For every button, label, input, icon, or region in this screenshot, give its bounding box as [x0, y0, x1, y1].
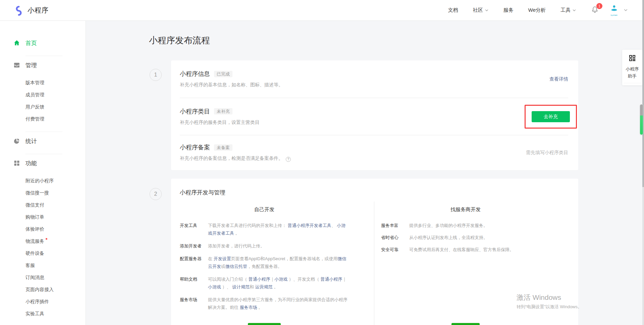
- sidebar-divider: [25, 154, 62, 154]
- nav-item-community[interactable]: 社区: [473, 7, 489, 13]
- sidebar-item[interactable]: 客服: [0, 259, 86, 271]
- sidebar-item-home[interactable]: 首页: [0, 37, 86, 49]
- help-icon[interactable]: ?: [286, 157, 291, 162]
- sidebar-item-label: 首页: [25, 39, 37, 47]
- prerequisite-text: 需先填写小程序类目: [526, 150, 568, 156]
- inline-link[interactable]: 小游戏: [274, 277, 287, 282]
- dev-row-label: 配置服务器: [180, 255, 208, 270]
- vendor-column: 找服务商开发 服务丰富提供多行业、多功能的小程序开发服务。省时省心从小程序认证到…: [374, 201, 570, 325]
- sidebar-section-manage[interactable]: 管理: [0, 59, 86, 71]
- inline-link[interactable]: 服务市场: [240, 305, 257, 310]
- sidebar-section-label: 管理: [25, 61, 37, 69]
- step-1: 1 小程序信息 已完成 补充小程序的基本信息，如名称、图标、描述等。 查看详情: [171, 60, 578, 170]
- add-developer-button[interactable]: 添加开发者: [248, 323, 281, 325]
- vendor-row-label: 服务丰富: [381, 222, 409, 229]
- sidebar-divider: [25, 132, 62, 132]
- stats-icon: [13, 138, 20, 144]
- avatar-caption: kychakr: [611, 14, 618, 16]
- text-segment: 页面查看AppID和AppSecret，配置服务器域名，或使用: [231, 256, 338, 261]
- page-title: 小程序发布流程: [149, 34, 644, 46]
- main-content: 小程序发布流程 1 小程序信息 已完成 补充小程序的基本信息，如名称、图标、描述…: [86, 21, 644, 325]
- go-supplement-button[interactable]: 去补充: [532, 111, 570, 122]
- vendor-rows: 服务丰富提供多行业、多功能的小程序开发服务。省时省心从小程序认证到发布上线，全流…: [381, 222, 550, 258]
- inline-link[interactable]: 开发设置: [214, 256, 231, 261]
- account-chevron-down-icon[interactable]: [624, 8, 628, 12]
- highlight-box: 去补充: [525, 105, 577, 129]
- inline-link[interactable]: 普通小程序: [321, 277, 342, 282]
- dev-row: 配置服务器在 开发设置页面查看AppID和AppSecret，配置服务器域名，或…: [180, 255, 349, 270]
- dev-manage-card: 小程序开发与管理 自己开发 开发工具下载开发者工具进行代码的开发和上传： 普通小…: [171, 179, 578, 325]
- sidebar-section-features[interactable]: 功能: [0, 157, 86, 169]
- inline-link[interactable]: 普通小程序开发者工具: [288, 223, 331, 228]
- step-2: 2 小程序开发与管理 自己开发 开发工具下载开发者工具进行代码的开发和上传： 普…: [171, 179, 578, 325]
- avatar[interactable]: kychakr: [609, 4, 619, 16]
- sidebar-item[interactable]: 付费管理: [0, 113, 86, 125]
- text-segment: 可以阅读入门介绍（: [208, 277, 249, 282]
- text-segment: 或: [221, 264, 225, 269]
- sidebar-item[interactable]: 硬件设备: [0, 247, 86, 259]
- sidebar-item[interactable]: 版本管理: [0, 77, 86, 89]
- scrollbar-track-lower[interactable]: [642, 187, 644, 325]
- text-segment: 。: [257, 305, 263, 310]
- inline-link[interactable]: 小游戏: [208, 284, 221, 289]
- status-badge: 未备案: [214, 144, 232, 151]
- sidebar-item[interactable]: 体验评价: [0, 223, 86, 235]
- dev-row: 服务市场提供大量优质的小程序第三方服务，为不同行业的商家提供合适的小程序解决方案…: [180, 296, 349, 311]
- sidebar-item[interactable]: 购物订单: [0, 211, 86, 223]
- nav-item-tools[interactable]: 工具: [560, 7, 576, 13]
- scrollbar-track[interactable]: [642, 0, 644, 187]
- sidebar-item[interactable]: 订阅消息: [0, 271, 86, 283]
- sidebar: 首页 管理版本管理成员管理用户反馈付费管理统计功能附近的小程序微信搜一搜微信支付…: [0, 21, 86, 325]
- text-segment: 在: [208, 256, 214, 261]
- sidebar-item[interactable]: 成员管理: [0, 89, 86, 101]
- sidebar-item[interactable]: 用户反馈: [0, 101, 86, 113]
- dev-row-text: 在 开发设置页面查看AppID和AppSecret，配置服务器域名，或使用微信云…: [208, 255, 349, 270]
- chevron-down-icon: [485, 8, 489, 12]
- row-desc: 补充小程序的备案信息，检测是否满足备案条件。?: [180, 155, 291, 162]
- nav-item-docs[interactable]: 文档: [448, 7, 458, 13]
- view-details-link[interactable]: 查看详情: [549, 76, 568, 82]
- row-title: 小程序信息 已完成: [180, 70, 283, 78]
- nav-item-services[interactable]: 服务: [503, 7, 514, 13]
- vendor-row: 服务丰富提供多行业、多功能的小程序开发服务。: [381, 222, 550, 229]
- text-segment: 。: [273, 284, 278, 289]
- text-segment: ｜: [270, 277, 275, 282]
- miniprogram-assistant-panel[interactable]: 小程序 助手: [622, 50, 642, 85]
- qr-code-icon: [629, 54, 636, 62]
- sidebar-item[interactable]: 物流服务: [0, 235, 86, 247]
- manage-icon: [13, 62, 20, 68]
- inline-link[interactable]: 普通小程序: [249, 277, 270, 282]
- chevron-down-icon: [572, 8, 576, 12]
- new-dot: [46, 238, 47, 240]
- sidebar-item[interactable]: 附近的小程序: [0, 175, 86, 187]
- sidebar-item[interactable]: 实验工具: [0, 308, 86, 320]
- row-desc: 补充小程序的基本信息，如名称、图标、描述等。: [180, 82, 283, 88]
- app-logo[interactable]: 小程序: [13, 5, 49, 16]
- text-segment: ）、开发文档（: [287, 277, 320, 282]
- row-title: 小程序备案 未备案: [180, 144, 291, 151]
- row-title: 小程序类目 未补充: [180, 108, 260, 115]
- notifications-button[interactable]: 1: [591, 6, 599, 15]
- sidebar-item[interactable]: 微信支付: [0, 199, 86, 211]
- nav-item-we-analytics[interactable]: We分析: [528, 7, 546, 13]
- dev-row-text: 提供大量优质的小程序第三方服务，为不同行业的商家提供合适的小程序解决方案。前往 …: [208, 296, 349, 311]
- sidebar-section-items: 版本管理成员管理用户反馈付费管理: [0, 77, 86, 125]
- go-now-button[interactable]: 立即前往: [451, 323, 480, 325]
- sidebar-item[interactable]: 微信搜一搜: [0, 187, 86, 199]
- inline-link[interactable]: 设计规范: [232, 284, 250, 289]
- sidebar-item[interactable]: 页面内容接入: [0, 283, 86, 295]
- inline-link[interactable]: 运营规范: [255, 284, 273, 289]
- status-badge: 未补充: [214, 108, 232, 114]
- publish-checklist-card: 小程序信息 已完成 补充小程序的基本信息，如名称、图标、描述等。 查看详情 小程…: [171, 60, 578, 170]
- row-desc: 补充小程序的服务类目，设置主营类目: [180, 119, 260, 126]
- scrollbar-thumb[interactable]: [640, 104, 643, 135]
- inline-link[interactable]: 微信云托管: [225, 264, 247, 269]
- dev-row-text: 添加开发者，进行代码上传。: [208, 242, 349, 250]
- step-1-number: 1: [150, 69, 162, 81]
- text-segment: 和: [250, 284, 255, 289]
- panel-divider: [624, 83, 641, 83]
- features-icon: [13, 160, 20, 167]
- sidebar-item[interactable]: 小程序插件: [0, 295, 86, 308]
- dev-row-text: 可以阅读入门介绍（ 普通小程序｜小游戏 ）、开发文档（ 普通小程序｜小游戏 ）、…: [208, 275, 349, 291]
- sidebar-section-stats[interactable]: 统计: [0, 135, 86, 147]
